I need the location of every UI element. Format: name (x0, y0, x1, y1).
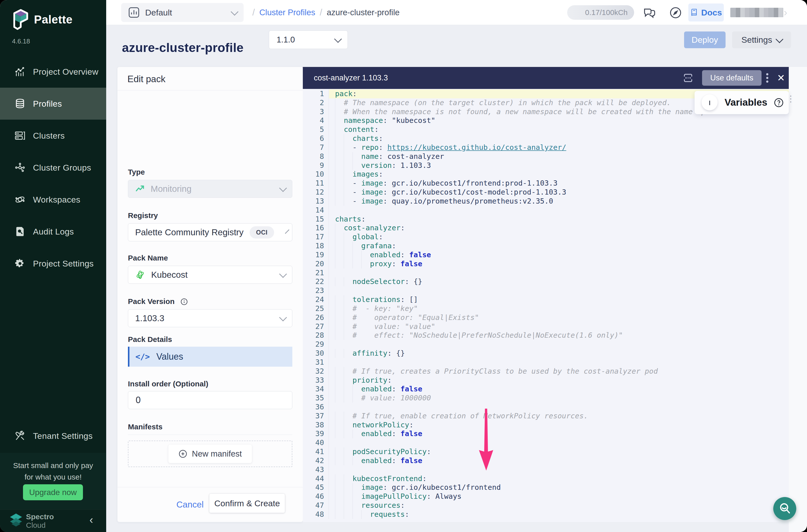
line-number: 7 (303, 143, 329, 152)
sidebar: Palette 4.6.18 Project OverviewProfilesC… (0, 0, 106, 532)
line-number: 48 (303, 510, 329, 519)
server-icon (15, 130, 25, 141)
code-line: global: (329, 232, 789, 242)
registry-select[interactable]: Palette Community Registry OCI (128, 223, 292, 241)
new-manifest-button[interactable]: New manifest (168, 444, 252, 463)
line-number: 45 (303, 483, 329, 492)
chevron-down-icon (334, 35, 342, 43)
line-number: 3 (303, 108, 329, 116)
code-line: enabled: false (329, 456, 789, 465)
sidebar-item-workspaces[interactable]: Workspaces (0, 184, 106, 215)
registry-label: Registry (128, 211, 158, 220)
code-line (329, 206, 789, 215)
upsell-box: Start small and only pay for what you us… (0, 453, 106, 509)
code-line: - image: quay.io/prometheus/prometheus:v… (329, 197, 789, 206)
sidebar-item-label: Project Settings (33, 259, 94, 268)
pack-version-value: 1.103.3 (135, 313, 164, 323)
code-line: images: (329, 170, 789, 179)
gear-icon (15, 258, 25, 269)
compare-split-icon[interactable] (682, 72, 694, 83)
cancel-button[interactable]: Cancel (175, 499, 205, 510)
sidebar-item-label: Project Overview (33, 67, 98, 77)
user-name-redacted[interactable] (730, 8, 783, 17)
kebab-menu-icon[interactable]: ⋮ (787, 96, 789, 101)
sidebar-item-cluster-groups[interactable]: Cluster Groups (0, 152, 106, 184)
line-number: 19 (303, 250, 329, 260)
line-number: 5 (303, 125, 329, 134)
code-line: # value: "value" (329, 322, 789, 331)
code-line: - repo: https://kubecost.github.io/cost-… (329, 143, 789, 152)
project-selector[interactable]: Default (121, 3, 244, 22)
profile-version-select[interactable]: 1.1.0 (269, 31, 348, 49)
settings-button[interactable]: Settings (732, 32, 791, 48)
compass-icon[interactable] (669, 6, 682, 19)
code-line: # effect: "NoSchedule|PreferNoSchedule|N… (329, 331, 789, 340)
pack-name-select[interactable]: Kubecost (128, 266, 292, 284)
sidebar-item-tenant-settings[interactable]: Tenant Settings (0, 420, 106, 452)
line-number: 36 (303, 403, 329, 412)
brand-logo[interactable]: Palette (13, 9, 73, 30)
code-line (329, 438, 789, 447)
line-number: 10 (303, 170, 329, 179)
profile-version-value: 1.1.0 (277, 35, 335, 44)
docs-button[interactable]: Docs (688, 3, 724, 21)
code-line: version: 1.103.3 (329, 161, 789, 170)
code-area[interactable]: 1234567891011121314151617181920212223242… (303, 89, 789, 519)
code-line: # operator: "Equal|Exists" (329, 313, 789, 322)
line-number: 35 (303, 394, 329, 403)
code-line (329, 340, 789, 349)
line-number: 39 (303, 429, 329, 438)
code-line: # - key: "key" (329, 304, 789, 313)
brand-name: Palette (34, 13, 73, 26)
edit-pack-panel: Edit pack Type Monitoring Registry Palet… (117, 67, 303, 522)
line-number: 38 (303, 421, 329, 430)
code-line: enabled: false (329, 429, 789, 438)
upgrade-now-button[interactable]: Upgrade now (23, 484, 83, 500)
new-manifest-label: New manifest (192, 449, 242, 459)
sidebar-item-audit-logs[interactable]: Audit Logs (0, 215, 106, 248)
sidebar-item-clusters[interactable]: Clusters (0, 120, 106, 152)
spectro-cloud-logo-icon (9, 513, 23, 529)
chat-icon[interactable] (643, 6, 656, 19)
app-version: 4.6.18 (12, 37, 30, 45)
line-number: 6 (303, 134, 329, 143)
code-line: charts: (329, 134, 789, 143)
help-icon[interactable] (773, 97, 784, 108)
close-icon[interactable]: ✕ (777, 73, 785, 83)
line-number: 15 (303, 215, 329, 224)
user-chevron-icon[interactable]: › (784, 6, 787, 18)
line-number: 24 (303, 295, 329, 304)
line-number: 9 (303, 161, 329, 170)
variables-expand-button[interactable] (701, 94, 717, 110)
line-number: 47 (303, 501, 329, 510)
use-defaults-button[interactable]: Use defaults (702, 70, 762, 86)
sidebar-item-project-overview[interactable]: Project Overview (0, 56, 106, 88)
install-order-input[interactable]: 0 (128, 391, 292, 409)
manifests-label: Manifests (128, 423, 163, 431)
docs-label: Docs (701, 8, 722, 18)
pack-version-select[interactable]: 1.103.3 (128, 309, 292, 327)
deploy-button[interactable]: Deploy (684, 32, 726, 48)
code-line: grafana: (329, 242, 789, 250)
sidebar-collapse-icon[interactable]: ‹ (90, 514, 93, 526)
search-fab[interactable] (773, 497, 796, 520)
code-lines: pack:# The namespace (on the target clus… (329, 90, 789, 519)
edit-pack-header: Edit pack (117, 67, 303, 90)
line-number: 14 (303, 206, 329, 215)
info-icon[interactable] (180, 298, 188, 306)
edit-pack-footer: Cancel Confirm & Create (117, 487, 303, 522)
confirm-create-button[interactable]: Confirm & Create (209, 494, 285, 513)
line-number: 25 (303, 304, 329, 313)
sidebar-item-profiles[interactable]: Profiles (0, 88, 106, 120)
pack-details-values-item[interactable]: </> Values (128, 347, 292, 367)
code-line: nodeSelector: {} (329, 277, 789, 286)
kebab-menu-icon[interactable] (766, 72, 769, 83)
type-select[interactable]: Monitoring (128, 180, 292, 198)
breadcrumb-cluster-profiles[interactable]: Cluster Profiles (259, 8, 315, 17)
registry-value: Palette Community Registry (135, 227, 244, 237)
sidebar-item-project-settings[interactable]: Project Settings (0, 248, 106, 280)
topbar: Default / Cluster Profiles / azure-clust… (106, 0, 807, 25)
page-title: azure-cluster-profile (122, 40, 244, 55)
chart-icon (15, 66, 25, 77)
line-number: 40 (303, 438, 329, 447)
